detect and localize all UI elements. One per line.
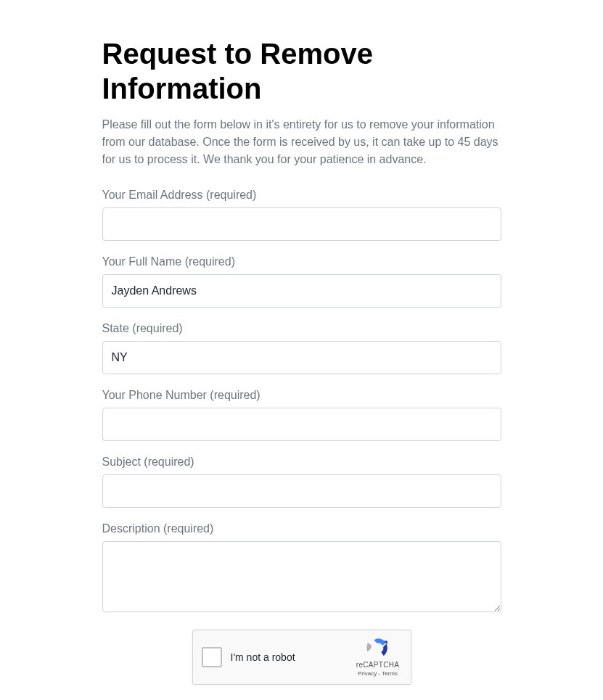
remove-info-form: Your Email Address (required) Your Full … <box>102 189 501 700</box>
recaptcha-checkbox[interactable] <box>202 647 222 667</box>
subject-label: Subject (required) <box>102 456 501 469</box>
state-label: State (required) <box>102 322 501 335</box>
subject-field[interactable] <box>102 474 501 508</box>
recaptcha-terms-link[interactable]: Terms <box>382 670 398 677</box>
description-field[interactable] <box>102 541 501 612</box>
fullname-field[interactable] <box>102 274 501 308</box>
recaptcha-brand: reCAPTCHA <box>353 661 403 669</box>
email-field[interactable] <box>102 207 501 241</box>
recaptcha-label: I'm not a robot <box>231 651 295 663</box>
intro-text: Please fill out the form below in it's e… <box>102 116 501 168</box>
email-label: Your Email Address (required) <box>102 189 501 202</box>
page-title: Request to Remove Information <box>102 36 501 106</box>
phone-field[interactable] <box>102 408 501 441</box>
description-label: Description (required) <box>102 522 501 535</box>
recaptcha-icon <box>366 636 390 659</box>
fullname-label: Your Full Name (required) <box>102 255 501 268</box>
recaptcha-privacy-link[interactable]: Privacy <box>358 670 377 677</box>
recaptcha-links: Privacy - Terms <box>353 670 403 677</box>
state-field[interactable] <box>102 341 501 374</box>
phone-label: Your Phone Number (required) <box>102 389 501 402</box>
recaptcha-widget: I'm not a robot reCAPTCHA Privacy - Term… <box>192 630 411 685</box>
